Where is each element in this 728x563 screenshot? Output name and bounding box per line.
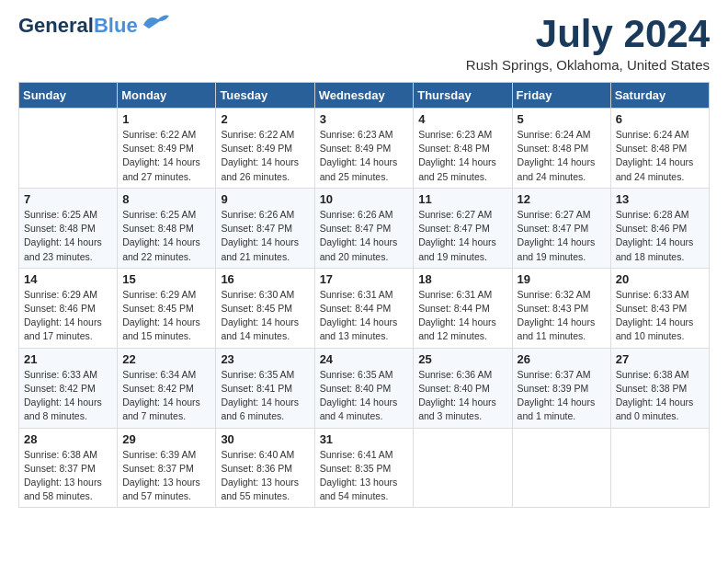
day-info: Sunrise: 6:31 AM Sunset: 8:44 PM Dayligh… — [418, 288, 506, 344]
day-number: 21 — [24, 352, 112, 366]
day-info: Sunrise: 6:25 AM Sunset: 8:48 PM Dayligh… — [24, 208, 112, 264]
day-info: Sunrise: 6:26 AM Sunset: 8:47 PM Dayligh… — [320, 208, 409, 264]
day-number: 9 — [221, 192, 309, 206]
day-info: Sunrise: 6:34 AM Sunset: 8:42 PM Dayligh… — [122, 368, 210, 424]
day-number: 11 — [418, 192, 506, 206]
header-sunday: Sunday — [19, 83, 118, 109]
month-year-title: July 2024 — [466, 15, 710, 53]
calendar-day-22: 22Sunrise: 6:34 AM Sunset: 8:42 PM Dayli… — [118, 348, 216, 428]
day-number: 4 — [418, 112, 506, 126]
calendar-empty-cell — [19, 109, 118, 189]
day-number: 18 — [418, 272, 506, 286]
logo-general: General — [18, 14, 94, 37]
day-number: 30 — [221, 432, 309, 446]
day-info: Sunrise: 6:24 AM Sunset: 8:48 PM Dayligh… — [616, 128, 704, 184]
day-number: 29 — [122, 432, 210, 446]
calendar-week-row: 1Sunrise: 6:22 AM Sunset: 8:49 PM Daylig… — [19, 109, 710, 189]
calendar-day-14: 14Sunrise: 6:29 AM Sunset: 8:46 PM Dayli… — [19, 268, 118, 348]
header-thursday: Thursday — [414, 83, 512, 109]
calendar-day-18: 18Sunrise: 6:31 AM Sunset: 8:44 PM Dayli… — [414, 268, 512, 348]
day-number: 10 — [320, 192, 409, 206]
day-info: Sunrise: 6:27 AM Sunset: 8:47 PM Dayligh… — [518, 208, 606, 264]
day-number: 28 — [24, 432, 112, 446]
day-info: Sunrise: 6:22 AM Sunset: 8:49 PM Dayligh… — [221, 128, 309, 184]
day-info: Sunrise: 6:27 AM Sunset: 8:47 PM Dayligh… — [418, 208, 506, 264]
page-header: GeneralBlue July 2024 Rush Springs, Okla… — [18, 15, 710, 73]
day-number: 6 — [616, 112, 704, 126]
day-info: Sunrise: 6:38 AM Sunset: 8:38 PM Dayligh… — [616, 368, 704, 424]
logo: GeneralBlue — [18, 15, 169, 37]
calendar-day-9: 9Sunrise: 6:26 AM Sunset: 8:47 PM Daylig… — [216, 188, 314, 268]
day-info: Sunrise: 6:25 AM Sunset: 8:48 PM Dayligh… — [122, 208, 210, 264]
day-number: 14 — [24, 272, 112, 286]
calendar-week-row: 21Sunrise: 6:33 AM Sunset: 8:42 PM Dayli… — [19, 348, 710, 428]
day-number: 24 — [320, 352, 409, 366]
calendar-empty-cell — [610, 428, 709, 508]
logo-bird-icon — [140, 12, 169, 32]
day-number: 8 — [122, 192, 210, 206]
calendar-day-5: 5Sunrise: 6:24 AM Sunset: 8:48 PM Daylig… — [512, 109, 610, 189]
day-number: 3 — [320, 112, 409, 126]
day-info: Sunrise: 6:23 AM Sunset: 8:49 PM Dayligh… — [320, 128, 409, 184]
day-info: Sunrise: 6:35 AM Sunset: 8:41 PM Dayligh… — [221, 368, 309, 424]
day-info: Sunrise: 6:29 AM Sunset: 8:45 PM Dayligh… — [122, 288, 210, 344]
calendar-day-27: 27Sunrise: 6:38 AM Sunset: 8:38 PM Dayli… — [610, 348, 709, 428]
day-info: Sunrise: 6:33 AM Sunset: 8:42 PM Dayligh… — [24, 368, 112, 424]
calendar-empty-cell — [512, 428, 610, 508]
calendar-table: SundayMondayTuesdayWednesdayThursdayFrid… — [18, 82, 710, 508]
day-info: Sunrise: 6:36 AM Sunset: 8:40 PM Dayligh… — [418, 368, 506, 424]
header-wednesday: Wednesday — [314, 83, 414, 109]
calendar-day-31: 31Sunrise: 6:41 AM Sunset: 8:35 PM Dayli… — [314, 428, 414, 508]
day-number: 12 — [518, 192, 606, 206]
day-number: 7 — [24, 192, 112, 206]
calendar-day-6: 6Sunrise: 6:24 AM Sunset: 8:48 PM Daylig… — [610, 109, 709, 189]
calendar-day-21: 21Sunrise: 6:33 AM Sunset: 8:42 PM Dayli… — [19, 348, 118, 428]
day-info: Sunrise: 6:22 AM Sunset: 8:49 PM Dayligh… — [122, 128, 210, 184]
day-number: 15 — [122, 272, 210, 286]
calendar-day-30: 30Sunrise: 6:40 AM Sunset: 8:36 PM Dayli… — [216, 428, 314, 508]
calendar-day-23: 23Sunrise: 6:35 AM Sunset: 8:41 PM Dayli… — [216, 348, 314, 428]
day-number: 19 — [518, 272, 606, 286]
day-info: Sunrise: 6:40 AM Sunset: 8:36 PM Dayligh… — [221, 448, 309, 504]
day-info: Sunrise: 6:35 AM Sunset: 8:40 PM Dayligh… — [320, 368, 409, 424]
calendar-day-20: 20Sunrise: 6:33 AM Sunset: 8:43 PM Dayli… — [610, 268, 709, 348]
calendar-day-2: 2Sunrise: 6:22 AM Sunset: 8:49 PM Daylig… — [216, 109, 314, 189]
day-info: Sunrise: 6:31 AM Sunset: 8:44 PM Dayligh… — [320, 288, 409, 344]
calendar-day-15: 15Sunrise: 6:29 AM Sunset: 8:45 PM Dayli… — [118, 268, 216, 348]
calendar-day-3: 3Sunrise: 6:23 AM Sunset: 8:49 PM Daylig… — [314, 109, 414, 189]
day-info: Sunrise: 6:26 AM Sunset: 8:47 PM Dayligh… — [221, 208, 309, 264]
header-saturday: Saturday — [610, 83, 709, 109]
day-number: 17 — [320, 272, 409, 286]
calendar-day-29: 29Sunrise: 6:39 AM Sunset: 8:37 PM Dayli… — [118, 428, 216, 508]
day-number: 5 — [518, 112, 606, 126]
day-number: 26 — [518, 352, 606, 366]
calendar-day-4: 4Sunrise: 6:23 AM Sunset: 8:48 PM Daylig… — [414, 109, 512, 189]
calendar-day-10: 10Sunrise: 6:26 AM Sunset: 8:47 PM Dayli… — [314, 188, 414, 268]
header-monday: Monday — [118, 83, 216, 109]
calendar-day-17: 17Sunrise: 6:31 AM Sunset: 8:44 PM Dayli… — [314, 268, 414, 348]
day-info: Sunrise: 6:23 AM Sunset: 8:48 PM Dayligh… — [418, 128, 506, 184]
calendar-day-26: 26Sunrise: 6:37 AM Sunset: 8:39 PM Dayli… — [512, 348, 610, 428]
logo-blue: Blue — [94, 14, 138, 37]
calendar-day-19: 19Sunrise: 6:32 AM Sunset: 8:43 PM Dayli… — [512, 268, 610, 348]
day-number: 20 — [616, 272, 704, 286]
day-info: Sunrise: 6:37 AM Sunset: 8:39 PM Dayligh… — [518, 368, 606, 424]
calendar-day-12: 12Sunrise: 6:27 AM Sunset: 8:47 PM Dayli… — [512, 188, 610, 268]
calendar-day-16: 16Sunrise: 6:30 AM Sunset: 8:45 PM Dayli… — [216, 268, 314, 348]
header-friday: Friday — [512, 83, 610, 109]
header-tuesday: Tuesday — [216, 83, 314, 109]
calendar-day-28: 28Sunrise: 6:38 AM Sunset: 8:37 PM Dayli… — [19, 428, 118, 508]
day-info: Sunrise: 6:38 AM Sunset: 8:37 PM Dayligh… — [24, 448, 112, 504]
calendar-day-13: 13Sunrise: 6:28 AM Sunset: 8:46 PM Dayli… — [610, 188, 709, 268]
calendar-day-11: 11Sunrise: 6:27 AM Sunset: 8:47 PM Dayli… — [414, 188, 512, 268]
calendar-day-8: 8Sunrise: 6:25 AM Sunset: 8:48 PM Daylig… — [118, 188, 216, 268]
day-info: Sunrise: 6:30 AM Sunset: 8:45 PM Dayligh… — [221, 288, 309, 344]
day-info: Sunrise: 6:39 AM Sunset: 8:37 PM Dayligh… — [122, 448, 210, 504]
day-info: Sunrise: 6:24 AM Sunset: 8:48 PM Dayligh… — [518, 128, 606, 184]
calendar-header-row: SundayMondayTuesdayWednesdayThursdayFrid… — [19, 83, 710, 109]
day-info: Sunrise: 6:28 AM Sunset: 8:46 PM Dayligh… — [616, 208, 704, 264]
day-info: Sunrise: 6:33 AM Sunset: 8:43 PM Dayligh… — [616, 288, 704, 344]
day-number: 22 — [122, 352, 210, 366]
calendar-day-7: 7Sunrise: 6:25 AM Sunset: 8:48 PM Daylig… — [19, 188, 118, 268]
day-info: Sunrise: 6:41 AM Sunset: 8:35 PM Dayligh… — [320, 448, 409, 504]
